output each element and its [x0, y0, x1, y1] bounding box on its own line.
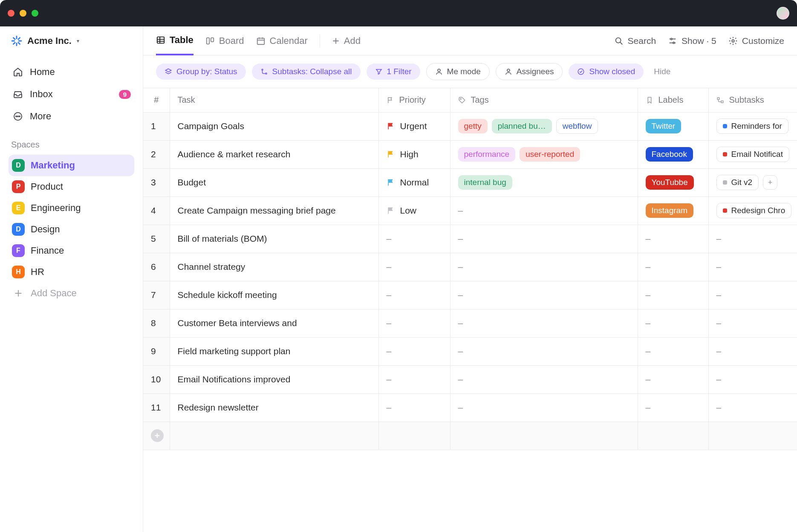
sidebar-space-hr[interactable]: HHR	[9, 261, 134, 283]
labels-cell[interactable]: Facebook	[638, 140, 708, 168]
table-row[interactable]: 2Audience & market researchHighperforman…	[143, 140, 797, 168]
subtasks-cell[interactable]: –	[708, 365, 797, 393]
labels-cell[interactable]: Twitter	[638, 112, 708, 140]
column-header-tags[interactable]: Tags	[450, 88, 638, 112]
tag-chip[interactable]: performance	[458, 147, 516, 162]
labels-cell[interactable]: –	[638, 225, 708, 253]
labels-cell[interactable]: YouTubbe	[638, 168, 708, 197]
subtask-chip[interactable]: Git v2	[716, 175, 759, 190]
table-row[interactable]: 5Bill of materials (BOM)––––	[143, 225, 797, 253]
add-space-button[interactable]: Add Space	[9, 283, 134, 304]
priority-cell[interactable]: –	[378, 365, 450, 393]
tags-cell[interactable]: performanceuser-reported	[450, 140, 638, 168]
subtasks-cell[interactable]: Redesign Chro	[708, 197, 797, 225]
tags-cell[interactable]: –	[450, 253, 638, 281]
table-row[interactable]: 10Email Notifications improved––––	[143, 365, 797, 393]
customize-button[interactable]: Customize	[728, 36, 784, 46]
task-name-cell[interactable]: Budget	[170, 168, 378, 197]
priority-cell[interactable]: –	[378, 253, 450, 281]
tag-chip[interactable]: webflow	[556, 119, 598, 134]
subtasks-cell[interactable]: Git v2+	[708, 168, 797, 197]
column-header-task[interactable]: Task	[170, 88, 378, 112]
priority-cell[interactable]: –	[378, 309, 450, 337]
task-name-cell[interactable]: Audience & market research	[170, 140, 378, 168]
priority-cell[interactable]: –	[378, 281, 450, 309]
sidebar-item-more[interactable]: More	[9, 107, 134, 125]
task-name-cell[interactable]: Redesign newsletter	[170, 393, 378, 422]
subtasks-cell[interactable]: –	[708, 309, 797, 337]
assignees-chip[interactable]: Assignees	[496, 63, 563, 80]
subtask-chip[interactable]: Email Notificat	[716, 147, 789, 162]
tags-cell[interactable]: –	[450, 309, 638, 337]
subtasks-cell[interactable]: –	[708, 281, 797, 309]
add-task-row[interactable]: +	[143, 422, 797, 450]
table-row[interactable]: 1Campaign GoalsUrgentgettyplanned bu…web…	[143, 112, 797, 140]
labels-cell[interactable]: –	[638, 281, 708, 309]
sidebar-item-inbox[interactable]: Inbox 9	[9, 85, 134, 103]
task-name-cell[interactable]: Create Campaign messaging brief page	[170, 197, 378, 225]
priority-cell[interactable]: –	[378, 337, 450, 365]
table-row[interactable]: 4Create Campaign messaging brief pageLow…	[143, 197, 797, 225]
close-window-button[interactable]	[8, 10, 14, 17]
sidebar-item-home[interactable]: Home	[9, 63, 134, 81]
label-pill[interactable]: Instagram	[646, 203, 693, 218]
labels-cell[interactable]: Instagram	[638, 197, 708, 225]
tag-chip[interactable]: internal bug	[458, 175, 512, 190]
task-name-cell[interactable]: Channel strategy	[170, 253, 378, 281]
tab-table[interactable]: Table	[156, 27, 193, 55]
priority-cell[interactable]: Urgent	[378, 112, 450, 140]
me-mode-chip[interactable]: Me mode	[426, 63, 490, 80]
maximize-window-button[interactable]	[32, 10, 38, 17]
workspace-switcher[interactable]: Acme Inc. ▾	[9, 26, 134, 55]
search-button[interactable]: Search	[614, 36, 656, 46]
label-pill[interactable]: YouTubbe	[646, 175, 694, 190]
minimize-window-button[interactable]	[20, 10, 26, 17]
labels-cell[interactable]: –	[638, 365, 708, 393]
table-row[interactable]: 8Customer Beta interviews and––––	[143, 309, 797, 337]
tags-cell[interactable]: –	[450, 393, 638, 422]
table-row[interactable]: 9Field marketing support plan––––	[143, 337, 797, 365]
column-header-subtasks[interactable]: Subtasks	[708, 88, 797, 112]
priority-cell[interactable]: Low	[378, 197, 450, 225]
subtasks-cell[interactable]: –	[708, 337, 797, 365]
hide-button[interactable]: Hide	[654, 67, 670, 76]
labels-cell[interactable]: –	[638, 393, 708, 422]
task-name-cell[interactable]: Customer Beta interviews and	[170, 309, 378, 337]
tags-cell[interactable]: internal bug	[450, 168, 638, 197]
column-header-priority[interactable]: Priority	[378, 88, 450, 112]
table-row[interactable]: 7Schedule kickoff meeting––––	[143, 281, 797, 309]
priority-cell[interactable]: –	[378, 225, 450, 253]
priority-cell[interactable]: Normal	[378, 168, 450, 197]
subtasks-cell[interactable]: Email Notificat	[708, 140, 797, 168]
tag-chip[interactable]: getty	[458, 119, 488, 133]
tag-chip[interactable]: planned bu…	[492, 119, 552, 133]
task-name-cell[interactable]: Email Notifications improved	[170, 365, 378, 393]
add-subtask-button[interactable]: +	[763, 175, 777, 190]
subtasks-cell[interactable]: –	[708, 225, 797, 253]
table-row[interactable]: 3BudgetNormalinternal bugYouTubbeGit v2+	[143, 168, 797, 197]
tags-cell[interactable]: gettyplanned bu…webflow	[450, 112, 638, 140]
task-name-cell[interactable]: Schedule kickoff meeting	[170, 281, 378, 309]
labels-cell[interactable]: –	[638, 253, 708, 281]
subtasks-chip[interactable]: Subtasks: Collapse all	[252, 64, 361, 80]
show-closed-chip[interactable]: Show closed	[569, 64, 644, 80]
subtasks-cell[interactable]: –	[708, 253, 797, 281]
priority-cell[interactable]: –	[378, 393, 450, 422]
tags-cell[interactable]: –	[450, 281, 638, 309]
label-pill[interactable]: Facebook	[646, 147, 693, 162]
subtasks-cell[interactable]: Reminders for	[708, 112, 797, 140]
tags-cell[interactable]: –	[450, 337, 638, 365]
subtask-chip[interactable]: Redesign Chro	[716, 203, 792, 218]
task-name-cell[interactable]: Field marketing support plan	[170, 337, 378, 365]
tag-chip[interactable]: user-reported	[520, 147, 580, 162]
sidebar-space-marketing[interactable]: DMarketing	[9, 155, 134, 176]
table-row[interactable]: 11Redesign newsletter––––	[143, 393, 797, 422]
labels-cell[interactable]: –	[638, 309, 708, 337]
filter-chip[interactable]: 1 Filter	[367, 64, 420, 80]
tags-cell[interactable]: –	[450, 197, 638, 225]
task-name-cell[interactable]: Bill of materials (BOM)	[170, 225, 378, 253]
column-header-num[interactable]: #	[143, 88, 170, 112]
group-by-chip[interactable]: Group by: Status	[156, 64, 246, 80]
column-header-labels[interactable]: Labels	[638, 88, 708, 112]
subtask-chip[interactable]: Reminders for	[716, 119, 788, 134]
